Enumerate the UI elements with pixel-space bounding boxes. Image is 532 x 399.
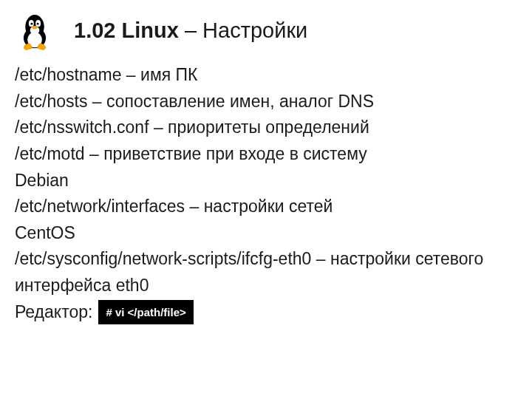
config-line: /etc/motd – приветствие при входе в сист… [15,141,519,168]
svg-point-6 [30,23,33,25]
slide-title: 1.02 Linux – Настройки [74,18,307,43]
distro-label: Debian [15,168,519,194]
slide: 1.02 Linux – Настройки /etc/hostname – и… [0,0,532,334]
config-line: /etc/sysconfig/network-scripts/ifcfg-eth… [15,246,519,299]
editor-row: Редактор: # vi </path/file> [15,299,519,326]
tux-icon [13,9,56,52]
command-box: # vi </path/file> [98,300,193,324]
config-line: /etc/hostname – имя ПК [15,62,519,89]
config-line: /etc/network/interfaces – настройки сете… [15,194,519,220]
slide-header: 1.02 Linux – Настройки [13,9,519,52]
config-line: /etc/hosts – сопоставление имен, аналог … [15,89,519,115]
svg-point-7 [37,23,39,25]
config-line: /etc/nsswitch.conf – приоритеты определе… [15,115,519,141]
title-bold: 1.02 Linux [74,18,179,42]
slide-content: /etc/hostname – имя ПК /etc/hosts – сопо… [13,62,519,325]
title-rest: – Настройки [179,18,307,42]
distro-label: CentOS [15,220,519,247]
editor-label: Редактор: [15,299,92,326]
